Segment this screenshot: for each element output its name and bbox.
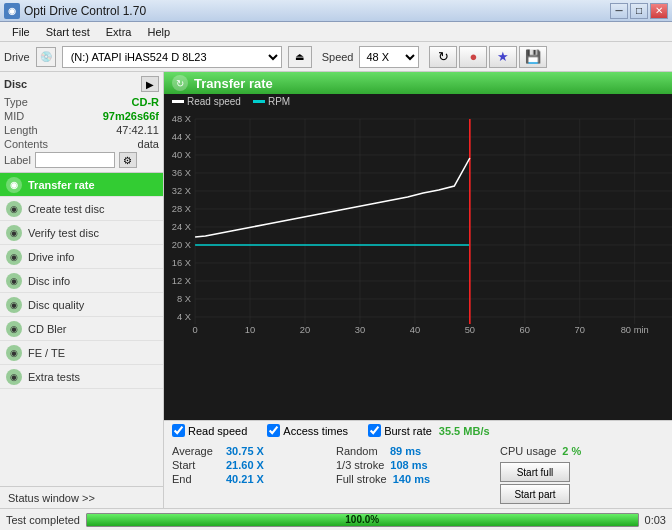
- nav-disc-quality-label: Disc quality: [28, 299, 84, 311]
- end-label: End: [172, 473, 220, 485]
- legend-read-speed: Read speed: [172, 96, 241, 107]
- svg-text:30: 30: [355, 325, 365, 335]
- minimize-button[interactable]: ─: [610, 3, 628, 19]
- chart-legend: Read speed RPM: [164, 94, 672, 109]
- average-label: Average: [172, 445, 220, 457]
- nav-disc-info[interactable]: ◉ Disc info: [0, 269, 163, 293]
- cpu-label: CPU usage: [500, 445, 556, 457]
- nav-fe-te[interactable]: ◉ FE / TE: [0, 341, 163, 365]
- cd-bler-icon: ◉: [6, 321, 22, 337]
- read-speed-checkbox[interactable]: [172, 424, 185, 437]
- svg-text:60: 60: [520, 325, 530, 335]
- disc-mid-row: MID 97m26s66f: [4, 110, 159, 122]
- disc-type-value: CD-R: [132, 96, 160, 108]
- disc-arrow-button[interactable]: ▶: [141, 76, 159, 92]
- menu-file[interactable]: File: [4, 24, 38, 40]
- start-buttons: Start full Start part: [500, 460, 664, 506]
- eject-button[interactable]: ⏏: [288, 46, 312, 68]
- svg-text:50: 50: [465, 325, 475, 335]
- one-third-value: 108 ms: [390, 459, 427, 471]
- nav-drive-info[interactable]: ◉ Drive info: [0, 245, 163, 269]
- content-area: ↻ Transfer rate Read speed RPM: [164, 72, 672, 508]
- rpm-dot: [253, 100, 265, 103]
- burst-rate-checkbox-item: Burst rate 35.5 MB/s: [368, 424, 489, 437]
- main-area: Disc ▶ Type CD-R MID 97m26s66f Length 47…: [0, 72, 672, 508]
- nav-extra-tests-label: Extra tests: [28, 371, 80, 383]
- maximize-button[interactable]: □: [630, 3, 648, 19]
- burst-rate-checkbox[interactable]: [368, 424, 381, 437]
- menu-extra[interactable]: Extra: [98, 24, 140, 40]
- progress-bar-inner: 100.0%: [87, 514, 638, 526]
- disc-quality-icon: ◉: [6, 297, 22, 313]
- progress-percent: 100.0%: [345, 514, 379, 525]
- progress-bar-area: Test completed 100.0% 0:03: [0, 508, 672, 530]
- svg-text:0: 0: [193, 325, 198, 335]
- refresh-button[interactable]: ↻: [429, 46, 457, 68]
- nav-transfer-rate[interactable]: ◉ Transfer rate: [0, 173, 163, 197]
- disc-contents-value: data: [138, 138, 159, 150]
- nav-verify-test-disc[interactable]: ◉ Verify test disc: [0, 221, 163, 245]
- start-full-button[interactable]: Start full: [500, 462, 570, 482]
- drive-bar: Drive 💿 (N:) ATAPI iHAS524 D 8L23 ⏏ Spee…: [0, 42, 672, 72]
- legend-rpm-label: RPM: [268, 96, 290, 107]
- start-part-button[interactable]: Start part: [500, 484, 570, 504]
- svg-text:24 X: 24 X: [172, 222, 191, 232]
- drive-info-icon: ◉: [6, 249, 22, 265]
- full-stroke-value: 140 ms: [393, 473, 430, 485]
- access-times-checkbox[interactable]: [267, 424, 280, 437]
- average-value: 30.75 X: [226, 445, 264, 457]
- disc-type-row: Type CD-R: [4, 96, 159, 108]
- nav-items: ◉ Transfer rate ◉ Create test disc ◉ Ver…: [0, 173, 163, 486]
- save-button[interactable]: 💾: [519, 46, 547, 68]
- fe-te-icon: ◉: [6, 345, 22, 361]
- create-test-disc-icon: ◉: [6, 201, 22, 217]
- window-controls: ─ □ ✕: [610, 3, 668, 19]
- drive-icon: 💿: [36, 47, 56, 67]
- drive-label: Drive: [4, 51, 30, 63]
- transfer-rate-chart: 48 X 44 X 40 X 36 X 32 X 28 X 24 X 20 X …: [164, 109, 672, 339]
- star-button[interactable]: ★: [489, 46, 517, 68]
- close-button[interactable]: ✕: [650, 3, 668, 19]
- app-icon: ◉: [4, 3, 20, 19]
- menu-help[interactable]: Help: [139, 24, 178, 40]
- nav-drive-info-label: Drive info: [28, 251, 74, 263]
- disc-label-row: Label ⚙: [4, 152, 159, 168]
- legend-rpm: RPM: [253, 96, 290, 107]
- random-label: Random: [336, 445, 384, 457]
- start-label: Start: [172, 459, 220, 471]
- drive-select[interactable]: (N:) ATAPI iHAS524 D 8L23: [62, 46, 282, 68]
- status-window-button[interactable]: Status window >>: [0, 486, 163, 508]
- nav-disc-quality[interactable]: ◉ Disc quality: [0, 293, 163, 317]
- speed-label: Speed: [322, 51, 354, 63]
- disc-label-label: Label: [4, 154, 31, 166]
- transfer-rate-icon: ◉: [6, 177, 22, 193]
- full-stroke-label: Full stroke: [336, 473, 387, 485]
- disc-label-input[interactable]: [35, 152, 115, 168]
- speed-select[interactable]: 48 X: [359, 46, 419, 68]
- svg-text:32 X: 32 X: [172, 186, 191, 196]
- nav-extra-tests[interactable]: ◉ Extra tests: [0, 365, 163, 389]
- verify-test-disc-icon: ◉: [6, 225, 22, 241]
- cpu-value: 2 %: [562, 445, 581, 457]
- nav-create-test-disc-label: Create test disc: [28, 203, 104, 215]
- transfer-rate-title: Transfer rate: [194, 76, 273, 91]
- label-gear-button[interactable]: ⚙: [119, 152, 137, 168]
- disc-length-value: 47:42.11: [116, 124, 159, 136]
- svg-text:40 X: 40 X: [172, 150, 191, 160]
- transfer-rate-header-icon: ↻: [172, 75, 188, 91]
- menu-start-test[interactable]: Start test: [38, 24, 98, 40]
- nav-create-test-disc[interactable]: ◉ Create test disc: [0, 197, 163, 221]
- svg-rect-0: [164, 109, 672, 339]
- svg-text:8 X: 8 X: [177, 294, 191, 304]
- sidebar: Disc ▶ Type CD-R MID 97m26s66f Length 47…: [0, 72, 164, 508]
- disc-contents-label: Contents: [4, 138, 48, 150]
- disc-title: Disc: [4, 78, 27, 90]
- svg-text:70: 70: [575, 325, 585, 335]
- nav-cd-bler[interactable]: ◉ CD Bler: [0, 317, 163, 341]
- disc-type-label: Type: [4, 96, 28, 108]
- color-button[interactable]: ●: [459, 46, 487, 68]
- average-row: Average 30.75 X: [172, 444, 336, 458]
- disc-length-label: Length: [4, 124, 38, 136]
- legend-read-speed-label: Read speed: [187, 96, 241, 107]
- disc-mid-value: 97m26s66f: [103, 110, 159, 122]
